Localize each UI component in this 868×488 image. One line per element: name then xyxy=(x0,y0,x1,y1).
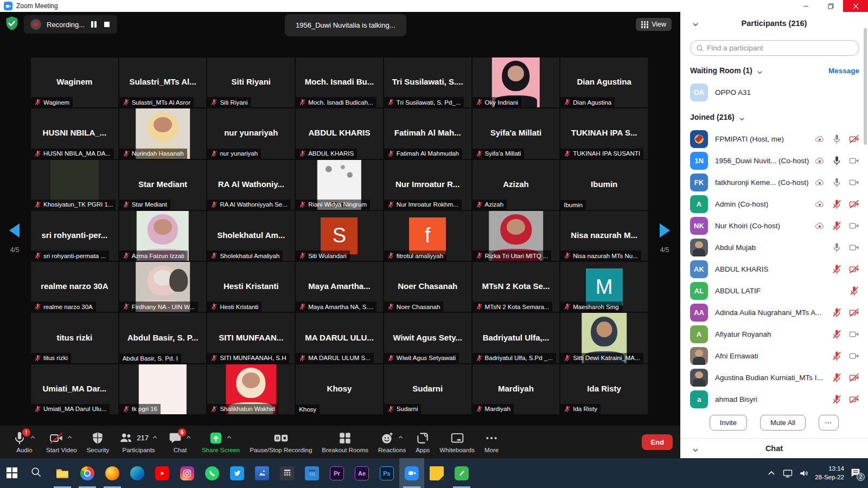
caret-up-icon[interactable] xyxy=(185,433,192,443)
participant-row[interactable]: Afni Ernawati xyxy=(680,345,868,367)
end-meeting-button[interactable]: End xyxy=(642,434,673,450)
video-tile[interactable]: M+thRiani Widya Ningrum xyxy=(296,160,383,210)
taskbar-firefox-icon[interactable] xyxy=(100,458,125,488)
next-page-arrow[interactable] xyxy=(660,223,670,237)
waiting-participant-row[interactable]: OA OPPO A31 xyxy=(690,81,859,103)
network-icon[interactable] xyxy=(782,468,793,479)
video-tile[interactable]: nur yunariyahnur yunariyah xyxy=(207,108,295,158)
video-tile[interactable]: Umiati_MA Dar...Umiati_MA Darul Ulu... xyxy=(31,364,118,414)
message-link[interactable]: Message xyxy=(828,67,859,75)
toolbar-pause-stop-recording[interactable]: Pause/Stop Recording xyxy=(245,426,317,458)
taskbar-search-icon[interactable] xyxy=(25,458,50,488)
taskbar-aftereffects-icon[interactable]: Ae xyxy=(349,458,374,488)
restore-button[interactable] xyxy=(818,0,843,12)
video-tile[interactable]: Sholekhatul Am...Sholekhatul Amaliyah xyxy=(207,211,295,261)
taskbar-stickynotes-icon[interactable] xyxy=(424,458,449,488)
taskbar-calculator-icon[interactable] xyxy=(275,458,299,488)
toolbar-participants[interactable]: 217Participants xyxy=(114,426,163,458)
toolbar-whiteboards[interactable]: Whiteboards xyxy=(435,426,480,458)
panel-scrollbar[interactable] xyxy=(864,28,867,145)
video-tile[interactable]: Badriyatul Ulfa,...Badriyatul Ulfa, S.Pd… xyxy=(473,313,560,363)
joined-chevron-icon[interactable] xyxy=(739,114,745,120)
pause-recording-button[interactable] xyxy=(90,21,98,28)
video-tile[interactable]: KhosyKhosy xyxy=(296,364,383,414)
caret-up-icon[interactable] xyxy=(29,433,36,443)
taskbar-whatsapp-icon[interactable] xyxy=(200,458,225,488)
participant-row[interactable]: ALABDUL LATIF xyxy=(680,280,868,301)
taskbar-instagram-icon[interactable] xyxy=(175,458,200,488)
video-tile[interactable]: WaginemWaginem xyxy=(31,57,118,107)
video-tile[interactable]: Fatimah Al Mah...Fatimah Al Mahmudah xyxy=(384,108,471,158)
participant-search[interactable] xyxy=(690,40,859,56)
video-tile[interactable]: IbuminIbumin xyxy=(560,160,648,210)
participant-row[interactable]: Agustina Budian Kurniati_MTs I... xyxy=(680,367,868,388)
caret-up-icon[interactable] xyxy=(397,433,404,443)
video-tile[interactable]: Noer ChasanahNoer Chasanah xyxy=(384,262,471,312)
video-tile[interactable]: Wiwit Agus Sety...Wiwit Agus Setyawati xyxy=(384,313,471,363)
toolbar-breakout-rooms[interactable]: Breakout Rooms xyxy=(317,426,373,458)
taskbar-twitter-icon[interactable] xyxy=(225,458,250,488)
taskbar-youtube-icon[interactable] xyxy=(150,458,175,488)
video-tile[interactable]: MardiyahMardiyah xyxy=(473,364,560,414)
video-tile[interactable]: Sitti Dewi Katraini_MA... xyxy=(560,313,648,363)
stop-recording-button[interactable] xyxy=(103,21,111,28)
video-tile[interactable]: Syifa'a MillatiSyifa'a Millati xyxy=(473,108,560,158)
toolbar-audio[interactable]: !Audio xyxy=(8,426,41,458)
taskbar-wps-icon[interactable] xyxy=(449,458,474,488)
video-tile[interactable]: Ida RistyIda Risty xyxy=(560,364,648,414)
toolbar-apps[interactable]: Apps xyxy=(411,426,435,458)
video-tile[interactable]: AzizahAzizah xyxy=(473,160,560,210)
waiting-room-chevron-icon[interactable] xyxy=(757,68,763,74)
video-tile[interactable]: ffitrotul amaliyyah xyxy=(384,211,471,261)
caret-up-icon[interactable] xyxy=(66,433,73,443)
tray-expand-icon[interactable] xyxy=(766,468,777,479)
video-tile[interactable]: Tri Susilawati, S....Tri Susilawati, S. … xyxy=(384,57,471,107)
video-tile[interactable]: MMaesharoh Smg xyxy=(560,262,648,312)
toolbar-chat[interactable]: 6Chat xyxy=(163,426,197,458)
video-tile[interactable]: TUKINAH IPA S...TUKINAH IPA SUSANTI xyxy=(560,108,648,158)
video-tile[interactable]: ABDUL KHARISABDUL KHARIS xyxy=(296,108,383,158)
participant-row[interactable]: FKfatkhuronji Keme... (Co-host) xyxy=(680,171,868,193)
video-tile[interactable]: Siti RiyaniSiti Riyani xyxy=(207,57,295,107)
video-tile[interactable]: tk pgri 16 xyxy=(119,364,207,414)
taskbar-chrome-icon[interactable] xyxy=(75,458,100,488)
video-tile[interactable]: Sulastri_MTs Al...Sulastri_MTs Al Asror xyxy=(119,57,207,107)
video-tile[interactable]: MA DARUL ULU...MA DARUL ULUM S... xyxy=(296,313,383,363)
toolbar-reactions[interactable]: Reactions xyxy=(373,426,411,458)
search-input[interactable] xyxy=(707,44,853,52)
participant-row[interactable]: NKNur Khoiri (Co-host) xyxy=(680,215,868,236)
video-tile[interactable]: realme narzo 30Arealme narzo 30A xyxy=(31,262,118,312)
minimize-button[interactable] xyxy=(793,0,818,12)
chat-collapse-icon[interactable] xyxy=(692,446,699,452)
video-tile[interactable]: Firdhany NA - UIN W... xyxy=(119,262,207,312)
security-shield-icon[interactable] xyxy=(4,16,20,32)
video-tile[interactable]: Abdul Basir, S. P...Abdul Basir, S. Pd. … xyxy=(119,313,207,363)
video-tile[interactable]: titus rizkititus rizki xyxy=(31,313,118,363)
participant-row[interactable]: aahmad Bisyri xyxy=(680,388,868,410)
video-tile[interactable]: Oky Indriani xyxy=(473,57,560,107)
video-tile[interactable]: Azma Faizun Izzati xyxy=(119,211,207,261)
participant-row[interactable]: FPMIPATI (Host, me) xyxy=(680,128,868,150)
video-tile[interactable]: Khosiyatun_TK PGRI 1... xyxy=(31,160,118,210)
taskbar-zoom-icon[interactable] xyxy=(399,458,424,488)
toolbar-start-video[interactable]: Start Video xyxy=(41,426,82,458)
participant-row[interactable]: AKABDUL KHARIS xyxy=(680,258,868,280)
invite-button[interactable]: Invite xyxy=(710,415,747,431)
caret-up-icon[interactable] xyxy=(151,433,158,443)
participant-row[interactable]: AAdmin (Co-host) xyxy=(680,193,868,215)
video-tile[interactable]: Nisa nazurah M...Nisa nazurah MTs Nu... xyxy=(560,211,648,261)
taskbar-explorer-icon[interactable] xyxy=(50,458,75,488)
video-tile[interactable]: Hesti KristantiHesti Kristanti xyxy=(207,262,295,312)
taskbar-calendar-icon[interactable] xyxy=(299,458,324,488)
toolbar-security[interactable]: Security xyxy=(82,426,114,458)
more-options-button[interactable]: ⋯ xyxy=(819,415,839,431)
video-tile[interactable]: Rizka Tri Utari MITQ ... xyxy=(473,211,560,261)
video-tile[interactable]: SITI MUNFAAN...SITI MUNFAANAH, S.H xyxy=(207,313,295,363)
video-tile[interactable]: MTsN 2 Kota Se...MTsN 2 Kota Semara... xyxy=(473,262,560,312)
participant-row[interactable]: AAfiyatur Royanah xyxy=(680,323,868,345)
volume-icon[interactable] xyxy=(799,468,809,479)
participant-row[interactable]: Abdul Mujab xyxy=(680,236,868,258)
video-tile[interactable]: SSiti Wulandari xyxy=(296,211,383,261)
mute-all-button[interactable]: Mute All xyxy=(760,415,806,431)
video-tile[interactable]: Nur Imroatur R...Nur Imroatur Rokhm... xyxy=(384,160,471,210)
